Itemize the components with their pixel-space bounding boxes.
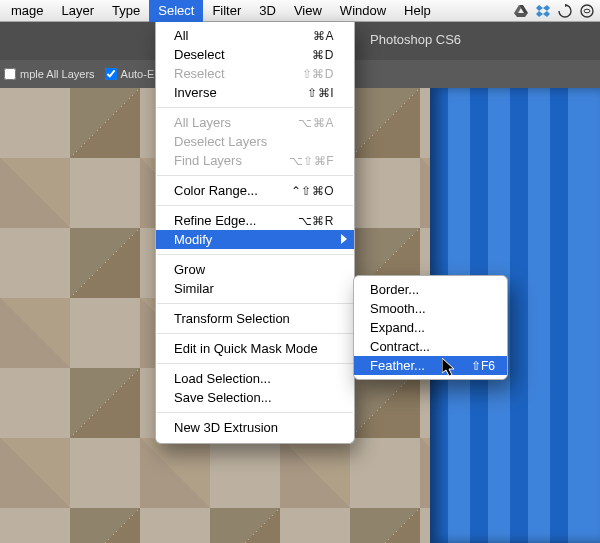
svg-marker-3: [536, 5, 543, 11]
menuitem-all[interactable]: All ⌘A: [156, 26, 354, 45]
menuitem-deselect-layers: Deselect Layers: [156, 132, 354, 151]
submenuitem-label: Expand...: [370, 320, 425, 335]
menuitem-label: Transform Selection: [174, 311, 290, 326]
submenuitem-label: Feather...: [370, 358, 425, 373]
sample-layers-checkbox[interactable]: [4, 68, 16, 80]
menuitem-grow[interactable]: Grow: [156, 260, 354, 279]
opt-sample-all-layers[interactable]: mple All Layers: [4, 68, 95, 80]
menuitem-modify[interactable]: Modify: [156, 230, 354, 249]
menuitem-label: Grow: [174, 262, 205, 277]
menuitem-label: Edit in Quick Mask Mode: [174, 341, 318, 356]
menuitem-shortcut: ⌥⇧⌘F: [289, 154, 334, 168]
menu-3d[interactable]: 3D: [250, 0, 285, 22]
menuitem-label: Save Selection...: [174, 390, 272, 405]
menu-separator: [157, 205, 353, 206]
submenu-arrow-icon: [341, 234, 347, 244]
svg-marker-5: [536, 11, 543, 17]
menuitem-new-3d-extrusion[interactable]: New 3D Extrusion: [156, 418, 354, 437]
menuitem-load-selection[interactable]: Load Selection...: [156, 369, 354, 388]
menuitem-shortcut: ⌘A: [313, 29, 334, 43]
menu-type[interactable]: Type: [103, 0, 149, 22]
menuitem-shortcut: ⌥⌘A: [298, 116, 334, 130]
menuitem-all-layers: All Layers ⌥⌘A: [156, 113, 354, 132]
dropbox-icon[interactable]: [536, 5, 550, 17]
menu-view[interactable]: View: [285, 0, 331, 22]
menu-separator: [157, 254, 353, 255]
menuitem-quick-mask[interactable]: Edit in Quick Mask Mode: [156, 339, 354, 358]
menuitem-label: Similar: [174, 281, 214, 296]
modify-submenu: Border... Smooth... Expand... Contract..…: [353, 275, 508, 380]
menuitem-label: Load Selection...: [174, 371, 271, 386]
menuitem-shortcut: ⇧⌘D: [302, 67, 334, 81]
menuitem-label: Reselect: [174, 66, 225, 81]
sync-icon[interactable]: [558, 4, 572, 18]
svg-marker-7: [565, 4, 568, 7]
macos-menubar: mage Layer Type Select Filter 3D View Wi…: [0, 0, 600, 22]
menuitem-label: Inverse: [174, 85, 217, 100]
menuitem-label: All Layers: [174, 115, 231, 130]
menu-separator: [157, 175, 353, 176]
menuitem-transform-selection[interactable]: Transform Selection: [156, 309, 354, 328]
sample-layers-label: mple All Layers: [20, 68, 95, 80]
menuitem-label: Deselect Layers: [174, 134, 267, 149]
svg-point-9: [584, 9, 590, 13]
menuitem-color-range[interactable]: Color Range... ⌃⇧⌘O: [156, 181, 354, 200]
menuitem-label: Refine Edge...: [174, 213, 256, 228]
menuitem-label: Modify: [174, 232, 212, 247]
menuitem-inverse[interactable]: Inverse ⇧⌘I: [156, 83, 354, 102]
svg-point-8: [581, 5, 593, 17]
menuitem-label: Deselect: [174, 47, 225, 62]
gdrive-icon[interactable]: [514, 5, 528, 17]
menu-window[interactable]: Window: [331, 0, 395, 22]
submenuitem-smooth[interactable]: Smooth...: [354, 299, 507, 318]
submenuitem-feather[interactable]: Feather... ⇧F6: [354, 356, 507, 375]
submenuitem-border[interactable]: Border...: [354, 280, 507, 299]
menubar-tray: [514, 4, 600, 18]
menu-image[interactable]: mage: [2, 0, 53, 22]
menuitem-shortcut: ⌥⌘R: [298, 214, 334, 228]
submenuitem-label: Smooth...: [370, 301, 426, 316]
menu-separator: [157, 107, 353, 108]
select-dropdown: All ⌘A Deselect ⌘D Reselect ⇧⌘D Inverse …: [155, 22, 355, 444]
menuitem-refine-edge[interactable]: Refine Edge... ⌥⌘R: [156, 211, 354, 230]
cc-icon[interactable]: [580, 4, 594, 18]
app-title: Photoshop CS6: [370, 32, 461, 47]
menu-separator: [157, 363, 353, 364]
menuitem-reselect: Reselect ⇧⌘D: [156, 64, 354, 83]
submenuitem-label: Contract...: [370, 339, 430, 354]
svg-marker-4: [543, 5, 550, 11]
menu-separator: [157, 303, 353, 304]
svg-marker-2: [514, 13, 528, 17]
svg-marker-6: [543, 11, 550, 17]
menu-separator: [157, 412, 353, 413]
menu-filter[interactable]: Filter: [203, 0, 250, 22]
menu-select[interactable]: Select: [149, 0, 203, 22]
menuitem-save-selection[interactable]: Save Selection...: [156, 388, 354, 407]
menuitem-find-layers: Find Layers ⌥⇧⌘F: [156, 151, 354, 170]
menu-separator: [157, 333, 353, 334]
menu-help[interactable]: Help: [395, 0, 440, 22]
menuitem-label: Color Range...: [174, 183, 258, 198]
submenuitem-label: Border...: [370, 282, 419, 297]
submenuitem-contract[interactable]: Contract...: [354, 337, 507, 356]
menuitem-shortcut: ⇧⌘I: [307, 86, 334, 100]
menuitem-deselect[interactable]: Deselect ⌘D: [156, 45, 354, 64]
menuitem-label: All: [174, 28, 188, 43]
submenuitem-shortcut: ⇧F6: [471, 359, 495, 373]
auto-enhance-checkbox[interactable]: [105, 68, 117, 80]
menu-layer[interactable]: Layer: [53, 0, 104, 22]
menuitem-shortcut: ⌃⇧⌘O: [291, 184, 334, 198]
menuitem-shortcut: ⌘D: [312, 48, 334, 62]
menuitem-similar[interactable]: Similar: [156, 279, 354, 298]
submenuitem-expand[interactable]: Expand...: [354, 318, 507, 337]
menuitem-label: Find Layers: [174, 153, 242, 168]
menuitem-label: New 3D Extrusion: [174, 420, 278, 435]
